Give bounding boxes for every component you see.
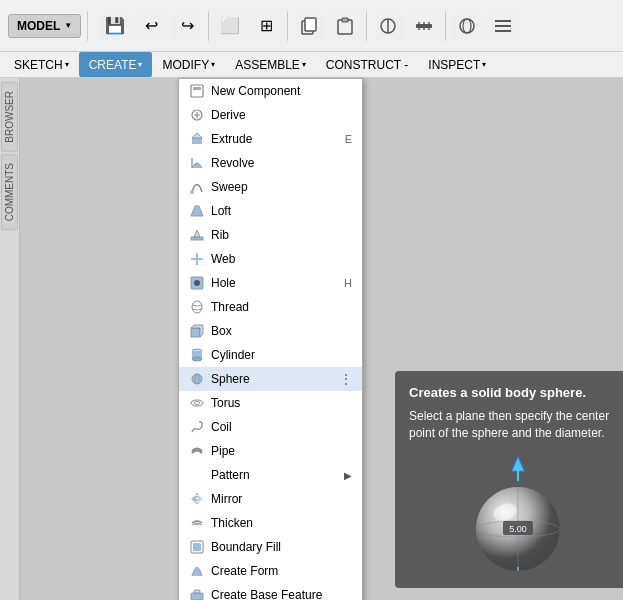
svg-point-21 [190, 190, 194, 194]
rib-label: Rib [211, 228, 229, 242]
menu-sketch[interactable]: SKETCH ▾ [4, 52, 79, 77]
sphere-visual: 5.00 [453, 454, 583, 574]
new-component-label: New Component [211, 84, 300, 98]
model-label: MODEL [17, 19, 60, 33]
svg-point-28 [194, 280, 200, 286]
menu-loft[interactable]: Loft [179, 199, 362, 223]
tooltip-title: Creates a solid body sphere. [409, 385, 623, 400]
menu-create-form[interactable]: Create Form [179, 559, 362, 583]
thread-label: Thread [211, 300, 249, 314]
section-icon [378, 16, 398, 36]
menu-sweep[interactable]: Sweep [179, 175, 362, 199]
thicken-label: Thicken [211, 516, 253, 530]
redo-button[interactable]: ↪ [170, 9, 204, 43]
menu-pattern[interactable]: Pattern ▶ [179, 463, 362, 487]
create-base-feature-label: Create Base Feature [211, 588, 322, 600]
svg-marker-41 [198, 495, 203, 503]
create-arrow: ▾ [138, 60, 142, 69]
section-button[interactable] [371, 9, 405, 43]
extrude-shortcut: E [345, 133, 352, 145]
menu-thread[interactable]: Thread [179, 295, 362, 319]
extra1-button[interactable] [450, 9, 484, 43]
mirror-label: Mirror [211, 492, 242, 506]
inspect-arrow: ▾ [482, 60, 486, 69]
svg-marker-56 [512, 457, 524, 471]
extrude-icon [189, 131, 205, 147]
web-icon [189, 251, 205, 267]
menu-create[interactable]: CREATE ▾ [79, 52, 153, 77]
sphere-label: Sphere [211, 372, 250, 386]
menu-extrude[interactable]: Extrude E [179, 127, 362, 151]
menu-cylinder[interactable]: Cylinder [179, 343, 362, 367]
sweep-label: Sweep [211, 180, 248, 194]
menu-thicken[interactable]: Thicken [179, 511, 362, 535]
sketch-arrow: ▾ [65, 60, 69, 69]
undo-button[interactable]: ↩ [134, 9, 168, 43]
menu-new-component[interactable]: New Component [179, 79, 362, 103]
menu-torus[interactable]: Torus [179, 391, 362, 415]
menu-web[interactable]: Web [179, 247, 362, 271]
svg-rect-43 [193, 543, 201, 551]
sweep-icon [189, 179, 205, 195]
component-button[interactable]: ⬜ [213, 9, 247, 43]
menu-boundary-fill[interactable]: Boundary Fill [179, 535, 362, 559]
sphere-icon [457, 16, 477, 36]
svg-rect-15 [191, 85, 203, 97]
toolbar-separator-4 [366, 11, 367, 41]
svg-rect-16 [193, 87, 201, 90]
toolbar-separator-3 [287, 11, 288, 41]
menu-create-base-feature[interactable]: Create Base Feature [179, 583, 362, 600]
measure-button[interactable] [407, 9, 441, 43]
pattern-icon [189, 467, 205, 483]
svg-point-29 [192, 301, 202, 313]
hole-label: Hole [211, 276, 236, 290]
menu-sphere[interactable]: Sphere ⋮ [179, 367, 362, 391]
menu-box[interactable]: Box [179, 319, 362, 343]
pattern-label: Pattern [211, 468, 250, 482]
save-button[interactable]: 💾 [98, 9, 132, 43]
hole-shortcut: H [344, 277, 352, 289]
comments-tab[interactable]: COMMENTS [1, 154, 18, 230]
coil-icon [189, 419, 205, 435]
sphere-svg: 5.00 [453, 454, 583, 574]
hole-icon [189, 275, 205, 291]
svg-text:5.00: 5.00 [509, 524, 527, 534]
boundary-fill-icon [189, 539, 205, 555]
model-button[interactable]: MODEL ▼ [8, 14, 81, 38]
extrude-label: Extrude [211, 132, 252, 146]
svg-rect-44 [191, 593, 203, 600]
menu-modify-label: MODIFY [162, 58, 209, 72]
menu-derive[interactable]: Derive [179, 103, 362, 127]
derive-label: Derive [211, 108, 246, 122]
toolbar-separator-2 [208, 11, 209, 41]
paste-button[interactable] [328, 9, 362, 43]
copy-button[interactable] [292, 9, 326, 43]
browser-tab[interactable]: BROWSER [1, 82, 18, 152]
menu-construct[interactable]: CONSTRUCT - [316, 52, 418, 77]
menu-pipe[interactable]: Pipe [179, 439, 362, 463]
extra2-button[interactable] [486, 9, 520, 43]
menu-assemble[interactable]: ASSEMBLE ▾ [225, 52, 316, 77]
assemble-arrow: ▾ [302, 60, 306, 69]
boundary-fill-label: Boundary Fill [211, 540, 281, 554]
menu-mirror[interactable]: Mirror [179, 487, 362, 511]
new-component-icon [189, 83, 205, 99]
revolve-icon [189, 155, 205, 171]
model-arrow: ▼ [64, 21, 72, 30]
svg-rect-23 [191, 237, 203, 240]
thread-icon [189, 299, 205, 315]
svg-rect-30 [191, 328, 200, 337]
menu-hole[interactable]: Hole H [179, 271, 362, 295]
mesh-button[interactable]: ⊞ [249, 9, 283, 43]
menu-revolve[interactable]: Revolve [179, 151, 362, 175]
sphere-tooltip: Creates a solid body sphere. Select a pl… [395, 371, 623, 588]
canvas-area: New Component Derive Extrude E [20, 78, 623, 600]
menu-coil[interactable]: Coil [179, 415, 362, 439]
box-icon [189, 323, 205, 339]
menu-rib[interactable]: Rib [179, 223, 362, 247]
svg-point-34 [192, 357, 202, 361]
menu-modify[interactable]: MODIFY ▾ [152, 52, 225, 77]
menu-inspect[interactable]: INSPECT ▾ [418, 52, 496, 77]
toolbar-separator [87, 11, 88, 41]
toolbar-separator-5 [445, 11, 446, 41]
